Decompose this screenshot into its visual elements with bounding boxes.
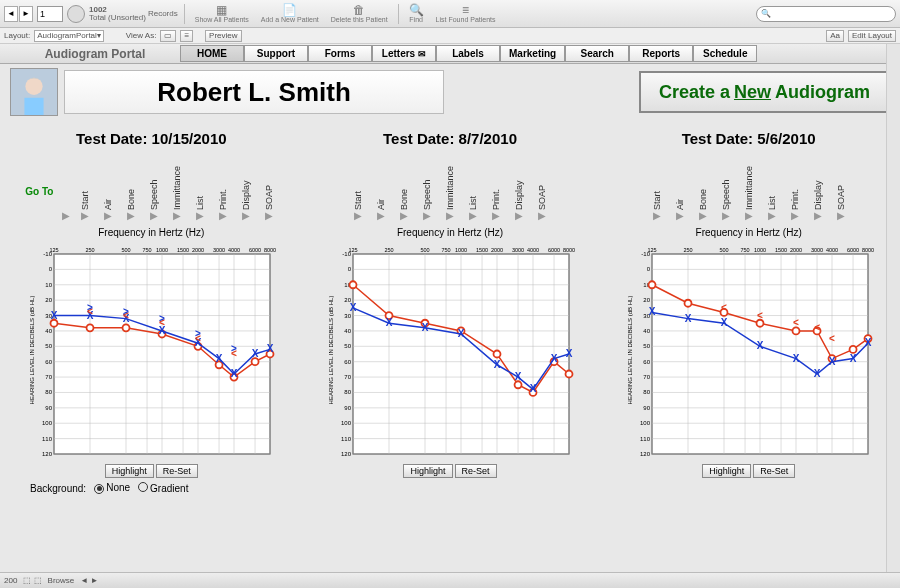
step-soap[interactable]: SOAP▶ bbox=[534, 166, 550, 221]
arrow-icon: ▶ bbox=[446, 210, 454, 221]
step-start[interactable]: Start▶ bbox=[649, 166, 665, 221]
find-button[interactable]: 🔍Find bbox=[405, 1, 428, 27]
step-immittance[interactable]: Immittance▶ bbox=[169, 166, 185, 221]
bg-gradient-radio[interactable]: Gradient bbox=[138, 482, 188, 494]
layout-selector[interactable]: AudiogramPortal ▾ bbox=[34, 30, 104, 42]
arrow-icon: ▶ bbox=[423, 210, 431, 221]
svg-text:<: < bbox=[814, 322, 820, 333]
svg-text:30: 30 bbox=[344, 313, 351, 319]
step-display[interactable]: Display▶ bbox=[511, 166, 527, 221]
svg-text:100: 100 bbox=[640, 420, 651, 426]
arrow-icon: ▶ bbox=[400, 210, 408, 221]
svg-text:250: 250 bbox=[683, 247, 692, 253]
reset-button[interactable]: Re-Set bbox=[753, 464, 795, 478]
records-label: Records bbox=[148, 10, 178, 18]
svg-text:X: X bbox=[267, 343, 274, 354]
list-found-button[interactable]: ≡List Found Patients bbox=[432, 1, 500, 27]
background-label: Background: bbox=[30, 483, 86, 494]
create-audiogram-button[interactable]: Create a New Audiogram bbox=[639, 71, 890, 113]
step-row: Go To ▶Start▶Air▶Bone▶Speech▶Immittance▶… bbox=[25, 161, 277, 221]
svg-text:20: 20 bbox=[46, 297, 53, 303]
svg-text:0: 0 bbox=[646, 266, 650, 272]
search-input[interactable] bbox=[756, 6, 896, 22]
text-format-button[interactable]: Aa bbox=[826, 30, 844, 42]
svg-text:3000: 3000 bbox=[213, 247, 225, 253]
step-speech[interactable]: Speech▶ bbox=[419, 166, 435, 221]
arrow-icon: ▶ bbox=[173, 210, 181, 221]
tab-support[interactable]: Support bbox=[244, 45, 308, 62]
svg-text:X: X bbox=[216, 353, 223, 364]
delete-patient-button[interactable]: 🗑Delete this Patient bbox=[327, 1, 392, 27]
step-display[interactable]: Display▶ bbox=[238, 166, 254, 221]
view-list-button[interactable]: ≡ bbox=[180, 30, 193, 42]
prev-record-button[interactable]: ◄ bbox=[4, 6, 18, 22]
chart-column: Test Date: 5/6/2010 Start▶Air▶Bone▶Speec… bbox=[603, 124, 894, 478]
bg-none-radio[interactable]: None bbox=[94, 482, 130, 494]
highlight-button[interactable]: Highlight bbox=[105, 464, 154, 478]
edit-layout-button[interactable]: Edit Layout bbox=[848, 30, 896, 42]
svg-text:750: 750 bbox=[740, 247, 749, 253]
svg-text:80: 80 bbox=[46, 389, 53, 395]
step-start[interactable]: Start▶ bbox=[350, 166, 366, 221]
step-row: Start▶Air▶Bone▶Speech▶Immittance▶List▶Pr… bbox=[649, 161, 849, 221]
step-bone[interactable]: Bone▶ bbox=[396, 166, 412, 221]
svg-text:20: 20 bbox=[643, 297, 650, 303]
view-form-button[interactable]: ▭ bbox=[160, 30, 176, 42]
test-date: Test Date: 5/6/2010 bbox=[682, 130, 816, 147]
tab-home[interactable]: HOME bbox=[180, 45, 244, 62]
tab-letters[interactable]: Letters✉ bbox=[372, 45, 436, 62]
arrow-icon: ▶ bbox=[676, 210, 684, 221]
highlight-button[interactable]: Highlight bbox=[403, 464, 452, 478]
step-print.[interactable]: Print.▶ bbox=[215, 166, 231, 221]
svg-text:X: X bbox=[813, 368, 820, 379]
add-patient-button[interactable]: 📄Add a New Patient bbox=[257, 1, 323, 27]
step-air[interactable]: Air▶ bbox=[373, 166, 389, 221]
svg-text:120: 120 bbox=[341, 451, 352, 457]
arrow-icon: ▶ bbox=[791, 210, 799, 221]
preview-button[interactable]: Preview bbox=[205, 30, 241, 42]
next-record-button[interactable]: ► bbox=[19, 6, 33, 22]
show-all-button[interactable]: ▦Show All Patients bbox=[191, 1, 253, 27]
step-list[interactable]: List▶ bbox=[764, 166, 780, 221]
reset-button[interactable]: Re-Set bbox=[156, 464, 198, 478]
vertical-scrollbar[interactable] bbox=[886, 44, 900, 572]
step-immittance[interactable]: Immittance▶ bbox=[741, 166, 757, 221]
svg-text:750: 750 bbox=[143, 247, 152, 253]
record-number-input[interactable] bbox=[37, 6, 63, 22]
highlight-button[interactable]: Highlight bbox=[702, 464, 751, 478]
step-row: Start▶Air▶Bone▶Speech▶Immittance▶List▶Pr… bbox=[350, 161, 550, 221]
step-list[interactable]: List▶ bbox=[192, 166, 208, 221]
charts-area: Test Date: 10/15/2010 Go To ▶Start▶Air▶B… bbox=[0, 120, 900, 478]
svg-point-205 bbox=[648, 281, 655, 288]
svg-text:HEARING LEVEL IN DECIBELS (dB : HEARING LEVEL IN DECIBELS (dB HL) bbox=[328, 296, 334, 405]
step-list[interactable]: List▶ bbox=[465, 166, 481, 221]
step-speech[interactable]: Speech▶ bbox=[718, 166, 734, 221]
tab-marketing[interactable]: Marketing bbox=[500, 45, 565, 62]
svg-text:X: X bbox=[684, 313, 691, 324]
reset-button[interactable]: Re-Set bbox=[455, 464, 497, 478]
step-immittance[interactable]: Immittance▶ bbox=[442, 166, 458, 221]
zoom-value[interactable]: 200 bbox=[4, 576, 17, 585]
svg-text:X: X bbox=[515, 371, 522, 382]
step-print.[interactable]: Print.▶ bbox=[488, 166, 504, 221]
tab-schedule[interactable]: Schedule bbox=[693, 45, 757, 62]
tab-search[interactable]: Search bbox=[565, 45, 629, 62]
tab-reports[interactable]: Reports bbox=[629, 45, 693, 62]
step-air[interactable]: Air▶ bbox=[100, 166, 116, 221]
step-bone[interactable]: Bone▶ bbox=[695, 166, 711, 221]
svg-text:X: X bbox=[864, 337, 871, 348]
step-air[interactable]: Air▶ bbox=[672, 166, 688, 221]
tab-forms[interactable]: Forms bbox=[308, 45, 372, 62]
step-start[interactable]: Start▶ bbox=[77, 166, 93, 221]
arrow-icon: ▶ bbox=[837, 210, 845, 221]
svg-text:125: 125 bbox=[647, 247, 656, 253]
step-bone[interactable]: Bone▶ bbox=[123, 166, 139, 221]
svg-text:40: 40 bbox=[46, 328, 53, 334]
tab-labels[interactable]: Labels bbox=[436, 45, 500, 62]
step-speech[interactable]: Speech▶ bbox=[146, 166, 162, 221]
step-soap[interactable]: SOAP▶ bbox=[261, 166, 277, 221]
step-soap[interactable]: SOAP▶ bbox=[833, 166, 849, 221]
step-display[interactable]: Display▶ bbox=[810, 166, 826, 221]
step-print.[interactable]: Print.▶ bbox=[787, 166, 803, 221]
svg-text:1000: 1000 bbox=[455, 247, 467, 253]
